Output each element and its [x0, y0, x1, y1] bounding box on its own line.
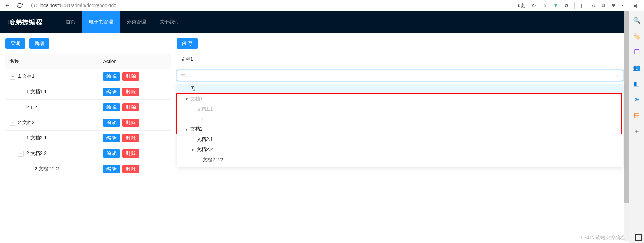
tag-icon[interactable]: 🏷️: [633, 32, 641, 40]
video-icon[interactable]: ▦: [633, 111, 641, 119]
parent-dropdown: 无▼文档1文档1.11.2▼文档2文档2.1▼文档2.2文档2.2.2: [177, 82, 623, 167]
more-icon[interactable]: ⋯: [622, 3, 627, 8]
people-icon[interactable]: 👥: [633, 64, 641, 72]
edit-button[interactable]: 编 辑: [103, 119, 120, 127]
translate-icon[interactable]: aあ: [518, 2, 526, 9]
main-nav: 首页电子书管理分类管理关于我们: [59, 11, 186, 33]
row-name: 文档1: [22, 73, 35, 79]
right-panel: 保 存 无 ⌄ 无▼文档1文档1.11.2▼文档2文档2.1▼文档2.2文档2.…: [177, 38, 623, 177]
page-scrollbar[interactable]: [624, 11, 629, 241]
parent-select[interactable]: 无 ⌄: [177, 70, 623, 81]
url-bar[interactable]: i localhost:8081/admin/doc?ebookId=1: [29, 1, 513, 10]
tree-toggle-icon[interactable]: ▼: [185, 97, 189, 101]
dropdown-item[interactable]: 文档2.2.2: [177, 155, 623, 165]
site-info-icon[interactable]: i: [31, 3, 37, 8]
dropdown-item[interactable]: 无: [177, 84, 623, 94]
delete-button[interactable]: 删 除: [122, 72, 139, 81]
delete-button[interactable]: 删 除: [122, 103, 139, 111]
cell-action: 编 辑删 除: [99, 161, 171, 177]
extension-icon[interactable]: ✿: [564, 3, 568, 8]
table-row: 1 文档1.1编 辑删 除: [5, 84, 171, 100]
edit-button[interactable]: 编 辑: [103, 165, 120, 173]
url-text: localhost:8081/admin/doc?ebookId=1: [40, 3, 119, 8]
cell-name: −2 文档2.2: [5, 146, 99, 161]
option-label: 文档2: [190, 126, 203, 132]
cell-name: −1 文档1: [5, 69, 99, 84]
delete-button[interactable]: 删 除: [122, 119, 139, 127]
expand-toggle[interactable]: −: [10, 120, 15, 126]
cell-action: 编 辑删 除: [99, 84, 171, 100]
browser-extensions: aあ A» ☆ ▼ ✿ ◫ ✩ ⧉ ❤︎ ⋯ ▣: [518, 2, 640, 9]
row-seq: 1: [26, 135, 30, 141]
cell-action: 编 辑删 除: [99, 69, 171, 84]
expand-toggle[interactable]: −: [18, 151, 24, 157]
nav-item[interactable]: 电子书管理: [82, 11, 120, 33]
dropdown-item[interactable]: ▼文档2: [177, 124, 623, 134]
expand-toggle[interactable]: −: [10, 74, 15, 80]
dropdown-item: 文档1.1: [177, 104, 623, 114]
table-row: −2 文档2.2编 辑删 除: [5, 146, 171, 161]
back-button[interactable]: [4, 2, 11, 9]
option-label: 文档1.1: [197, 106, 213, 112]
save-button[interactable]: 保 存: [177, 38, 198, 49]
row-seq: 2: [26, 105, 30, 110]
table-row: 1 文档2.1编 辑删 除: [5, 131, 171, 146]
row-name: 1.2: [30, 105, 37, 110]
table-row: 2 1.2编 辑删 除: [5, 100, 171, 115]
sidebar-toggle-icon[interactable]: ▣: [633, 3, 637, 8]
row-seq: 2: [35, 166, 39, 171]
cell-name: 2 文档2.2.2: [5, 161, 99, 177]
collections-icon[interactable]: ⧉: [602, 3, 605, 9]
cube-icon[interactable]: ❒: [633, 48, 641, 56]
tree-toggle-icon[interactable]: ▼: [185, 127, 189, 131]
option-label: 文档2.2: [197, 147, 213, 153]
send-icon[interactable]: ➤: [633, 95, 641, 104]
dropdown-item[interactable]: 文档2.1: [177, 134, 623, 145]
row-seq: 2: [26, 150, 30, 156]
row-name: 文档2.2: [30, 150, 47, 156]
refresh-button[interactable]: [16, 2, 23, 9]
add-button[interactable]: 新增: [29, 38, 49, 49]
query-button[interactable]: 查询: [5, 38, 25, 49]
edit-button[interactable]: 编 辑: [103, 134, 120, 142]
vue-devtools-icon[interactable]: ▼: [553, 3, 558, 8]
table-row: −2 文档2编 辑删 除: [5, 115, 171, 131]
col-action: Action: [99, 54, 171, 69]
delete-button[interactable]: 删 除: [122, 88, 139, 96]
edit-button[interactable]: 编 辑: [103, 88, 120, 96]
option-label: 1.2: [197, 117, 203, 122]
nav-item[interactable]: 分类管理: [120, 11, 153, 33]
outlook-icon[interactable]: ◧: [633, 80, 641, 88]
app-header: 哈弟撩编程 首页电子书管理分类管理关于我们: [0, 11, 629, 33]
cell-name: −2 文档2: [5, 115, 99, 131]
row-seq: 1: [26, 89, 30, 94]
favorites-icon[interactable]: ✩: [592, 3, 596, 8]
col-name: 名称: [5, 54, 99, 69]
favorite-icon[interactable]: ☆: [543, 3, 547, 8]
nav-item[interactable]: 首页: [59, 11, 82, 33]
edit-button[interactable]: 编 辑: [103, 103, 120, 111]
edit-button[interactable]: 编 辑: [103, 72, 120, 81]
cell-action: 编 辑删 除: [99, 115, 171, 131]
doc-name-input[interactable]: [177, 54, 623, 64]
row-name: 文档1.1: [30, 89, 47, 94]
delete-button[interactable]: 删 除: [122, 165, 139, 173]
bottom-right-square[interactable]: [635, 234, 642, 241]
dropdown-item[interactable]: ▼文档2.2: [177, 145, 623, 155]
row-name: 文档2: [22, 120, 35, 125]
tree-toggle-icon[interactable]: ▼: [191, 148, 195, 152]
nav-item[interactable]: 关于我们: [153, 11, 186, 33]
split-screen-icon[interactable]: ◫: [581, 3, 585, 8]
option-label: 无: [190, 86, 195, 92]
performance-icon[interactable]: ❤︎: [611, 3, 616, 8]
option-label: 文档1: [190, 96, 203, 102]
delete-button[interactable]: 删 除: [122, 134, 139, 142]
edit-button[interactable]: 编 辑: [103, 149, 120, 158]
cell-action: 编 辑删 除: [99, 131, 171, 146]
delete-button[interactable]: 删 除: [122, 149, 139, 158]
read-aloud-icon[interactable]: A»: [532, 3, 536, 8]
row-seq: 1: [18, 73, 22, 79]
app-logo: 哈弟撩编程: [8, 17, 42, 27]
plus-icon[interactable]: ＋: [633, 127, 641, 135]
search-icon[interactable]: 🔍: [633, 16, 641, 25]
